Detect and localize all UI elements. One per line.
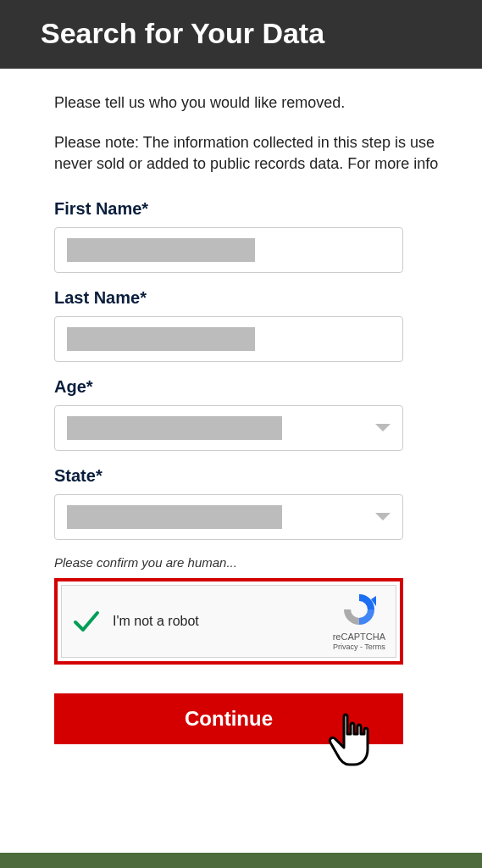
form-content: Please tell us who you would like remove… — [0, 69, 482, 744]
state-group: State* — [54, 466, 482, 540]
recaptcha-widget[interactable]: I'm not a robot reCAPTCHA Privacy - Term… — [61, 585, 396, 658]
age-group: Age* — [54, 377, 482, 451]
first-name-input[interactable] — [54, 227, 403, 273]
last-name-group: Last Name* — [54, 288, 482, 362]
continue-button[interactable]: Continue — [54, 693, 403, 744]
last-name-input[interactable] — [54, 316, 403, 362]
recaptcha-icon — [341, 591, 378, 628]
captcha-highlight: I'm not a robot reCAPTCHA Privacy - Term… — [54, 578, 403, 665]
redacted-block — [67, 416, 282, 440]
chevron-down-icon — [375, 424, 391, 431]
redacted-block — [67, 505, 282, 529]
first-name-group: First Name* — [54, 199, 482, 273]
intro-text: Please tell us who you would like remove… — [54, 92, 482, 114]
captcha-left: I'm not a robot — [72, 607, 199, 636]
first-name-label: First Name* — [54, 199, 482, 219]
footer-bar — [0, 853, 482, 868]
recaptcha-brand: reCAPTCHA — [333, 632, 385, 642]
last-name-label: Last Name* — [54, 288, 482, 308]
state-label: State* — [54, 466, 482, 486]
redacted-block — [67, 327, 255, 351]
redacted-block — [67, 238, 255, 262]
checkmark-icon — [72, 607, 101, 636]
captcha-prompt: Please confirm you are human... — [54, 555, 482, 570]
chevron-down-icon — [375, 513, 391, 520]
note-text: Please note: The information collected i… — [54, 132, 482, 175]
age-label: Age* — [54, 377, 482, 397]
privacy-link[interactable]: Privacy — [333, 643, 358, 651]
captcha-right: reCAPTCHA Privacy - Terms — [333, 591, 385, 651]
page-title: Search for Your Data — [41, 17, 441, 50]
recaptcha-links: Privacy - Terms — [333, 643, 385, 651]
cursor-hand-icon — [325, 709, 380, 776]
captcha-text: I'm not a robot — [113, 614, 199, 629]
state-select[interactable] — [54, 494, 403, 540]
terms-link[interactable]: Terms — [364, 643, 385, 651]
age-select[interactable] — [54, 405, 403, 451]
page-header: Search for Your Data — [0, 0, 482, 69]
